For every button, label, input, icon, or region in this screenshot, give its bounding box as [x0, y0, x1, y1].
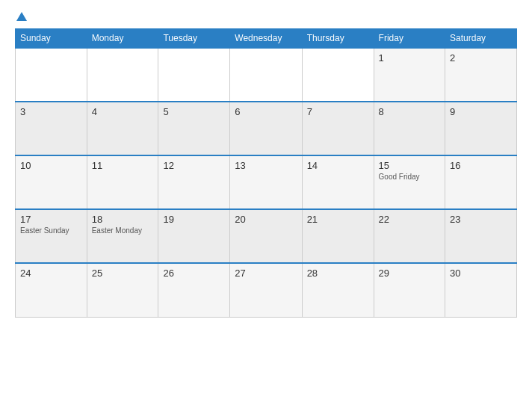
day-number: 16 [450, 160, 512, 171]
day-number: 3 [20, 106, 82, 117]
calendar-cell: 24 [16, 263, 87, 317]
day-number: 19 [163, 214, 225, 225]
calendar-cell: 3 [16, 102, 87, 155]
calendar-page: SundayMondayTuesdayWednesdayThursdayFrid… [0, 0, 532, 411]
day-number: 4 [92, 106, 154, 117]
day-number: 17 [20, 214, 82, 225]
weekday-header-wednesday: Wednesday [230, 29, 302, 49]
calendar-cell: 16 [445, 155, 517, 209]
weekday-header-monday: Monday [87, 29, 158, 49]
day-number: 8 [379, 106, 440, 117]
calendar-cell: 5 [158, 102, 230, 155]
calendar-cell: 27 [230, 263, 302, 317]
calendar-cell: 7 [302, 102, 374, 155]
calendar-cell: 22 [374, 209, 445, 263]
weekday-header-friday: Friday [374, 29, 445, 49]
day-number: 9 [450, 106, 512, 117]
calendar-cell: 8 [374, 102, 445, 155]
calendar-cell: 21 [302, 209, 374, 263]
day-number: 18 [92, 214, 154, 225]
day-number: 1 [379, 52, 440, 64]
calendar-cell: 26 [158, 263, 230, 317]
day-number: 7 [307, 106, 369, 117]
day-number: 20 [235, 214, 297, 225]
calendar-cell: 10 [16, 155, 87, 209]
day-number: 30 [450, 268, 512, 279]
weekday-header-tuesday: Tuesday [158, 29, 230, 49]
calendar-cell: 19 [158, 209, 230, 263]
week-row-2: 3456789 [16, 102, 517, 155]
calendar-cell: 17Easter Sunday [16, 209, 87, 263]
header [15, 12, 517, 21]
weekday-header-sunday: Sunday [16, 29, 87, 49]
cell-event-label: Easter Monday [92, 226, 154, 235]
calendar-cell [302, 48, 374, 102]
cell-event-label: Easter Sunday [20, 226, 82, 235]
day-number: 6 [235, 106, 297, 117]
calendar-cell: 1 [374, 48, 445, 102]
calendar-cell: 6 [230, 102, 302, 155]
day-number: 10 [20, 160, 82, 171]
calendar-cell: 15Good Friday [374, 155, 445, 209]
calendar-cell: 28 [302, 263, 374, 317]
calendar-cell: 20 [230, 209, 302, 263]
calendar-cell [230, 48, 302, 102]
week-row-1: 12 [16, 48, 517, 102]
calendar-cell [158, 48, 230, 102]
calendar-cell [16, 48, 87, 102]
day-number: 21 [307, 214, 369, 225]
calendar-table: SundayMondayTuesdayWednesdayThursdayFrid… [15, 28, 517, 318]
weekday-header-thursday: Thursday [302, 29, 374, 49]
day-number: 24 [20, 268, 82, 279]
weekday-header-row: SundayMondayTuesdayWednesdayThursdayFrid… [16, 29, 517, 49]
calendar-cell: 4 [87, 102, 158, 155]
calendar-cell: 9 [445, 102, 517, 155]
calendar-cell: 30 [445, 263, 517, 317]
day-number: 5 [163, 106, 225, 117]
day-number: 27 [235, 268, 297, 279]
calendar-cell: 18Easter Monday [87, 209, 158, 263]
calendar-cell: 29 [374, 263, 445, 317]
day-number: 22 [379, 214, 440, 225]
calendar-cell: 25 [87, 263, 158, 317]
week-row-3: 101112131415Good Friday16 [16, 155, 517, 209]
day-number: 13 [235, 160, 297, 171]
day-number: 15 [379, 160, 440, 171]
calendar-cell: 13 [230, 155, 302, 209]
logo-triangle-icon [16, 12, 27, 21]
cell-event-label: Good Friday [379, 173, 440, 181]
calendar-cell [87, 48, 158, 102]
day-number: 11 [92, 160, 154, 171]
day-number: 14 [307, 160, 369, 171]
day-number: 28 [307, 268, 369, 279]
calendar-cell: 14 [302, 155, 374, 209]
day-number: 29 [379, 268, 440, 279]
day-number: 2 [450, 52, 512, 64]
day-number: 25 [92, 268, 154, 279]
calendar-cell: 2 [445, 48, 517, 102]
day-number: 12 [163, 160, 225, 171]
week-row-4: 17Easter Sunday18Easter Monday1920212223 [16, 209, 517, 263]
day-number: 26 [163, 268, 225, 279]
calendar-cell: 12 [158, 155, 230, 209]
logo [15, 12, 27, 21]
calendar-cell: 11 [87, 155, 158, 209]
weekday-header-saturday: Saturday [445, 29, 517, 49]
calendar-cell: 23 [445, 209, 517, 263]
week-row-5: 24252627282930 [16, 263, 517, 317]
day-number: 23 [450, 214, 512, 225]
